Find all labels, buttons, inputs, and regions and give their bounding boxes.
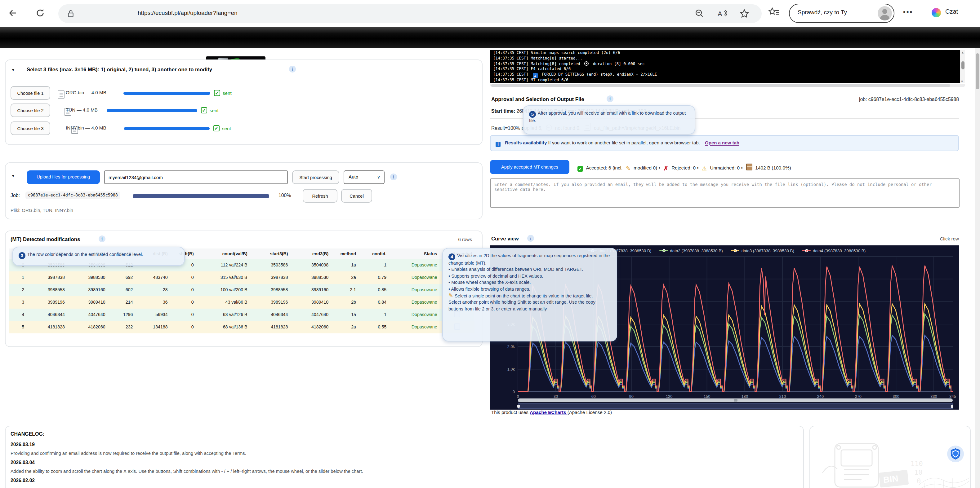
table-row[interactable]: 33989196398941021436043 val/86 B39891963… bbox=[9, 296, 474, 309]
shield-icon bbox=[950, 448, 961, 460]
pencil-icon: ✎ bbox=[449, 293, 455, 299]
lock-icon[interactable] bbox=[67, 9, 75, 18]
tooltip-line: • Supports preview of decimal and HEX va… bbox=[449, 273, 611, 280]
scroll-thumb[interactable] bbox=[976, 53, 979, 89]
data-cell: 3987838 bbox=[250, 271, 291, 284]
mode-select[interactable]: Auto∨ bbox=[344, 170, 385, 184]
data-cell: 134188 bbox=[135, 321, 170, 333]
table-row[interactable]: 440463444047640129656934063 val/126 B404… bbox=[9, 309, 474, 321]
data-cell: 3989410 bbox=[67, 296, 108, 309]
column-header: start3(B) bbox=[250, 249, 291, 259]
status-text: Rejected: 0 • bbox=[670, 165, 700, 171]
profile-button[interactable]: Sprawdź, czy to Ty bbox=[789, 4, 894, 23]
datazoom-handle-right[interactable] bbox=[951, 405, 953, 408]
info-icon[interactable]: i bbox=[99, 236, 105, 242]
info-icon[interactable]: i bbox=[289, 66, 296, 73]
favorites-bar-icon[interactable] bbox=[768, 7, 780, 19]
data-cell: 692 bbox=[108, 271, 135, 284]
collapse-icon[interactable]: ▼ bbox=[11, 174, 15, 178]
log-text: Similar maps search completed (2o) 6/6 bbox=[531, 50, 620, 54]
data-cell: 3988530 bbox=[290, 271, 331, 284]
datazoom-handle-left[interactable] bbox=[517, 405, 520, 408]
app-header: ECUSBF ECUSBF – Research-and-testing ECU… bbox=[0, 27, 980, 48]
privacy-shield-button[interactable] bbox=[947, 445, 964, 462]
profile-label: Sprawdź, czy to Ty bbox=[798, 9, 847, 16]
data-cell: 4046344 bbox=[27, 309, 67, 321]
upload-button[interactable]: Upload files for processing bbox=[27, 170, 100, 184]
open-new-tab-link[interactable]: Open a new tab bbox=[705, 140, 739, 146]
data-cell: 3987838 bbox=[27, 271, 67, 284]
cancel-button[interactable]: Cancel bbox=[341, 189, 372, 203]
changelog-card: CHANGELOG:2026.03.19Providing and confir… bbox=[5, 426, 804, 488]
svg-text:120: 120 bbox=[666, 394, 672, 398]
back-icon[interactable] bbox=[8, 8, 18, 18]
comment-input[interactable] bbox=[490, 179, 959, 208]
status-cell: Dopasowane bbox=[389, 259, 440, 271]
echarts-attribution: This product uses Apache ECharts (Apache… bbox=[491, 410, 612, 415]
url-text[interactable]: https://ecusbf.pl/api/uploader?lang=en bbox=[138, 9, 237, 16]
apache-echarts-link[interactable]: Apache ECharts bbox=[530, 410, 568, 415]
data-cell: 3988558 bbox=[27, 284, 67, 296]
datazoom-slider[interactable] bbox=[518, 403, 953, 409]
svg-text:10: 10 bbox=[914, 469, 923, 476]
column-header: method bbox=[331, 249, 358, 259]
tooltip-curve-help: 4Visualizes in 2D the values of fragment… bbox=[442, 248, 617, 341]
data-cell: 3989410 bbox=[290, 296, 331, 309]
data-cell: 315 val/630 B bbox=[196, 271, 250, 284]
apply-mt-changes-button[interactable]: Apply accepted MT changes bbox=[490, 160, 570, 174]
upload-progress-bar bbox=[124, 127, 210, 130]
choose-file-button[interactable]: Choose file 3 bbox=[11, 122, 50, 135]
svg-text:BIN: BIN bbox=[883, 474, 899, 485]
favorite-icon[interactable] bbox=[739, 9, 749, 19]
refresh-icon[interactable] bbox=[35, 8, 45, 18]
collapse-icon[interactable]: ▼ bbox=[11, 68, 15, 72]
data-cell: 1296 bbox=[108, 309, 135, 321]
approval-title: Approval and Selection of Output File bbox=[491, 96, 584, 102]
address-bar[interactable]: https://ecusbf.pl/api/uploader?lang=en A bbox=[58, 4, 762, 23]
svg-text:300: 300 bbox=[893, 394, 899, 398]
more-icon[interactable]: ••• bbox=[903, 8, 913, 16]
svg-text:60: 60 bbox=[592, 394, 596, 398]
table-row[interactable]: 1398783839885306924837400315 val/630 B39… bbox=[9, 271, 474, 284]
data-cell: 3503586 bbox=[250, 259, 291, 271]
info-icon[interactable]: i bbox=[390, 174, 397, 180]
table-row[interactable]: 239885583989160602280100 val/200 B398855… bbox=[9, 284, 474, 296]
info-icon[interactable]: i bbox=[527, 235, 534, 242]
choose-file-button[interactable]: Choose file 1 bbox=[11, 86, 50, 100]
data-cell: 3988530 bbox=[67, 271, 108, 284]
svg-text:240: 240 bbox=[817, 394, 824, 398]
start-processing-button[interactable]: Start processing bbox=[292, 170, 339, 184]
data-cell: 0.79 bbox=[358, 271, 389, 284]
copilot-label[interactable]: Czat bbox=[945, 8, 958, 15]
read-aloud-icon[interactable]: A bbox=[717, 9, 728, 19]
info-icon[interactable]: i bbox=[607, 95, 613, 102]
file-name: ORG.bin — 4.0 MB bbox=[66, 90, 107, 95]
log-text: F4 calculated 6/6 bbox=[531, 67, 571, 71]
console-line: [14:37:35 CEST] Matching[8] started... bbox=[490, 56, 965, 61]
log-text: Matching[8] completed bbox=[531, 61, 582, 65]
scroll-thumb[interactable] bbox=[961, 61, 964, 70]
sent-check-icon: ✓ bbox=[214, 90, 220, 96]
chart-scrollbar[interactable] bbox=[518, 398, 953, 402]
console-hscrollbar[interactable] bbox=[490, 84, 965, 87]
status-cell: Dopasowane bbox=[389, 321, 440, 333]
info-square-icon: i bbox=[496, 142, 501, 147]
bin-watermark: BIN 110 10 0 bbox=[810, 426, 971, 488]
svg-text:30: 30 bbox=[554, 394, 558, 398]
svg-text:0: 0 bbox=[517, 394, 519, 398]
console-scrollbar[interactable]: ▲▼ bbox=[960, 50, 965, 83]
email-field[interactable] bbox=[104, 170, 288, 184]
refresh-button[interactable]: Refresh bbox=[303, 189, 337, 203]
job-id[interactable]: c9687e1e-ecc1-4dfc-8c83-eba6455c5988 bbox=[25, 192, 120, 199]
choose-file-button[interactable]: Choose file 2 bbox=[11, 103, 50, 117]
zoom-out-icon[interactable] bbox=[695, 9, 705, 19]
file-select-title: Select 3 files (max. 3×16 MB): 1) origin… bbox=[27, 66, 212, 73]
file-select-card: ▼ Select 3 files (max. 3×16 MB): 1) orig… bbox=[5, 60, 482, 145]
page-scrollbar[interactable] bbox=[975, 48, 980, 488]
copilot-icon[interactable] bbox=[932, 8, 941, 17]
data-cell: 0 bbox=[170, 296, 196, 309]
log-console[interactable]: [14:37:35 CEST] Similar maps search comp… bbox=[490, 50, 965, 83]
package-icon bbox=[746, 163, 752, 170]
table-row[interactable]: 541818284182060232134188068 val/136 B418… bbox=[9, 321, 474, 333]
upload-progress-bar bbox=[123, 92, 210, 95]
